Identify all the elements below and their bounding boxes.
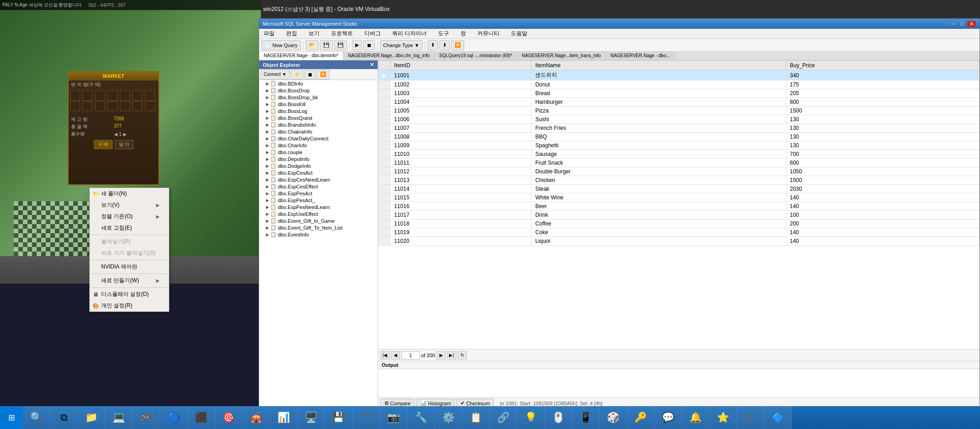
menu-debug[interactable]: 디버그 (362, 29, 383, 38)
tree-item-esppesact-[interactable]: ▶ 📋 dbo.EspPesAct_ (259, 197, 378, 204)
table-row[interactable]: 11005Pizza1500 (379, 107, 980, 115)
tab-chrloginfo[interactable]: NAGESERVER.Nage...dbo.chr_log_info (343, 52, 434, 60)
qty-inc-btn[interactable]: ▶ (123, 132, 127, 137)
table-row[interactable]: 11015White Wine140 (379, 193, 980, 202)
taskbar-item-dice[interactable]: 🎲 (600, 406, 627, 429)
close-btn[interactable]: ✕ (967, 21, 976, 27)
taskbar-item-chat[interactable]: 💬 (655, 406, 682, 429)
cancel-button[interactable]: 닫 기 (115, 140, 134, 149)
taskbar-item-square[interactable]: ⬛ (188, 406, 215, 429)
context-display[interactable]: 🖥 디스플레이 설정(D) (90, 289, 169, 300)
context-nvidia[interactable]: NVIDIA 제어판 (90, 261, 169, 273)
menu-window[interactable]: 창 (458, 29, 468, 38)
table-row[interactable]: 11007French Fries130 (379, 124, 980, 133)
market-cell[interactable] (120, 101, 130, 111)
prev-page-btn[interactable]: ◀ (391, 351, 400, 359)
tree-item-depotinfo[interactable]: ▶ 📋 dbo.DepotInfo (259, 156, 378, 162)
sort-desc-button[interactable]: ⬇ (439, 40, 450, 50)
qty-dec-btn[interactable]: ◀ (114, 132, 118, 137)
taskbar-item-ball[interactable]: 🔵 (160, 406, 188, 429)
tree-item-bossdropbk[interactable]: ▶ 📋 dbo.BossDrop_bk (259, 94, 378, 101)
market-cell[interactable] (70, 91, 80, 101)
context-new[interactable]: 새로 만들기(W) ▶ (90, 275, 169, 286)
tree-item-bosskill[interactable]: ▶ 📋 dbo.BossKill (259, 101, 378, 107)
menu-project[interactable]: 프로젝트 (329, 29, 355, 38)
close-panel-btn[interactable]: ✕ (370, 62, 374, 68)
menu-view[interactable]: 보기 (306, 29, 322, 38)
table-row[interactable]: 11002Donut175 (379, 80, 980, 89)
table-row[interactable]: 11016Beer140 (379, 202, 980, 211)
tree-item-chardailyconnect[interactable]: ▶ 📋 dbo.CharDailyConnect (259, 135, 378, 142)
menu-edit[interactable]: 편집 (284, 29, 299, 38)
table-row[interactable]: 11014Steak2030 (379, 185, 980, 193)
tree-item-bossdrop[interactable]: ▶ 📋 dbo.BossDrop (259, 87, 378, 94)
tree-item-bosslog[interactable]: ▶ 📋 dbo.BossLog (259, 107, 378, 114)
menu-file[interactable]: 파일 (261, 29, 277, 38)
taskbar-item-game[interactable]: 🎮 (133, 406, 160, 429)
menu-community[interactable]: 커뮤니티 (475, 29, 502, 38)
next-page-btn[interactable]: ▶ (437, 351, 446, 359)
taskbar-item-bell[interactable]: 🔔 (682, 406, 709, 429)
connect-button[interactable]: Connect ▼ (260, 70, 290, 80)
taskbar-item-event[interactable]: 🎪 (243, 406, 270, 429)
buy-button[interactable]: 구 매 (94, 140, 113, 149)
market-cell[interactable] (120, 91, 130, 101)
market-cell[interactable] (132, 91, 142, 101)
maximize-btn[interactable]: □ (958, 21, 966, 27)
tree-item-espuseeffect[interactable]: ▶ 📋 dbo.EspUseEffect (259, 210, 378, 217)
page-input[interactable] (401, 351, 420, 359)
taskbar-item-disk[interactable]: 💾 (325, 406, 352, 429)
col-buyprice[interactable]: Buy_Price (786, 61, 979, 70)
context-refresh[interactable]: 새로 고침(E) (90, 222, 169, 234)
disconnect-button[interactable]: ⚡ (291, 70, 303, 80)
table-row[interactable]: 11020Liquor140 (379, 237, 980, 246)
table-row[interactable]: 11017Drink100 (379, 211, 980, 220)
change-type-button[interactable]: Change Type ▼ (380, 40, 422, 50)
market-cell[interactable] (95, 101, 105, 111)
tree-item-chakrainfo[interactable]: ▶ 📋 dbo.ChakraInfo (259, 128, 378, 135)
context-new-folder[interactable]: 📁 새 폴더(N) (90, 188, 169, 199)
taskbar-item-diamond[interactable]: 🔷 (764, 406, 792, 429)
table-row[interactable]: 11019Coke140 (379, 228, 980, 237)
market-cell[interactable] (108, 101, 118, 111)
tree-item-eventgifttogame[interactable]: ▶ 📋 dbo.Event_Gift_to_Game (259, 217, 378, 224)
stop-button[interactable]: ⏹ (363, 40, 375, 50)
tree-item-espcesact[interactable]: ▶ 📋 dbo.EspCesAct (259, 169, 378, 176)
market-cell[interactable] (145, 91, 155, 101)
minimize-btn[interactable]: ─ (949, 21, 957, 27)
tree-item-eventgifttoitemlist[interactable]: ▶ 📋 dbo.Event_Gift_To_Item_List (259, 224, 378, 231)
sort-asc-button[interactable]: ⬆ (428, 40, 438, 50)
taskbar-item-task-view[interactable]: ⧉ (50, 406, 78, 429)
col-itemname[interactable]: ItemName (531, 61, 786, 70)
taskbar-item-folder[interactable]: 📁 (78, 406, 105, 429)
taskbar-item-screen[interactable]: 🖥️ (298, 406, 325, 429)
taskbar-item-target[interactable]: 🎯 (215, 406, 243, 429)
taskbar-item-star[interactable]: ⭐ (709, 406, 737, 429)
tree-item-charinfo[interactable]: ▶ 📋 dbo.CharInfo (259, 142, 378, 149)
table-row[interactable]: 11003Bread205 (379, 89, 980, 98)
table-row[interactable]: 11011Fruit Snack600 (379, 159, 980, 167)
tree-item-brandishinfo[interactable]: ▶ 📋 dbo.BrandishInfo (259, 121, 378, 128)
open-button[interactable]: 📂 (306, 40, 319, 50)
refresh-data-btn[interactable]: ↻ (458, 351, 467, 359)
menu-tools[interactable]: 도구 (436, 29, 451, 38)
new-query-button[interactable]: 📄 New Query (261, 40, 301, 50)
tree-item-bdinfo[interactable]: ▶ 📋 dbo.BDInfo (259, 80, 378, 87)
taskbar-item-search[interactable]: 🔍 (23, 406, 50, 429)
taskbar-item-computer[interactable]: 💻 (105, 406, 133, 429)
tree-item-espcesneedlearn[interactable]: ▶ 📋 dbo.EspCesNeedLearn (259, 176, 378, 183)
tree-item-couple[interactable]: ▶ 📋 dbo.couple (259, 149, 378, 156)
first-page-btn[interactable]: |◀ (380, 351, 390, 359)
taskbar-item-phone[interactable]: 📱 (572, 406, 600, 429)
market-cell[interactable] (82, 91, 92, 101)
taskbar-item-clipboard[interactable]: 📋 (462, 406, 490, 429)
menu-help[interactable]: 도움말 (509, 29, 530, 38)
market-cell[interactable] (132, 101, 142, 111)
context-paste[interactable]: 붙여넣기(P) (90, 236, 169, 247)
save-all-button[interactable]: 💾 (334, 40, 347, 50)
table-row[interactable]: ▶11001샌드위치340 (379, 70, 980, 80)
data-grid[interactable]: ItemID ItemName Buy_Price ▶11001샌드위치3401… (378, 60, 980, 349)
market-cell[interactable] (70, 101, 80, 111)
table-row[interactable]: 11006Sushi130 (379, 115, 980, 124)
tree-item-esppesact[interactable]: ▶ 📋 dbo.EspPesAct (259, 190, 378, 197)
